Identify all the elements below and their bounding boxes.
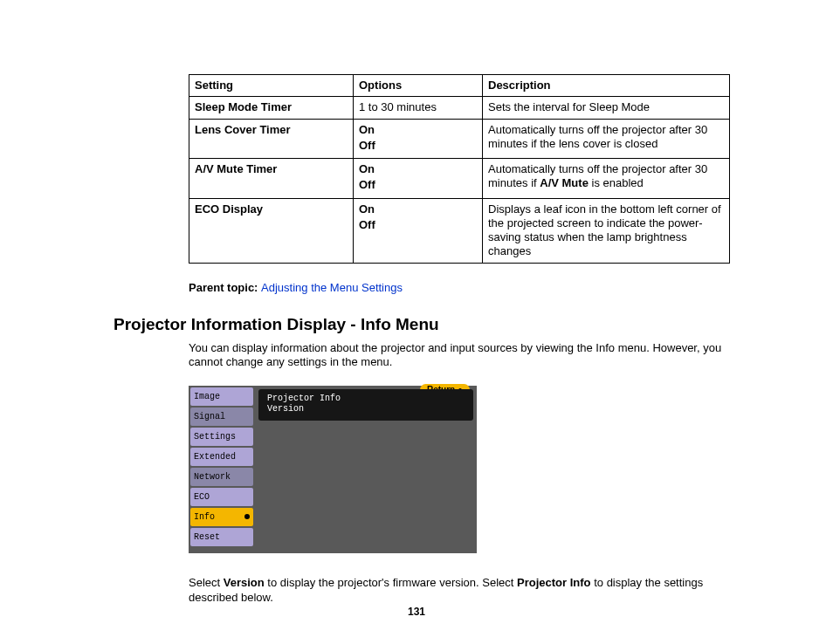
footer-paragraph: Select Version to display the projector'… bbox=[189, 576, 728, 606]
menu-line-projector-info: Projector Info bbox=[267, 394, 341, 403]
cell-description: Sets the interval for Sleep Mode bbox=[483, 97, 730, 119]
cell-setting: Sleep Mode Timer bbox=[189, 97, 354, 119]
cell-setting: A/V Mute Timer bbox=[189, 159, 354, 199]
cell-description: Automatically turns off the projector af… bbox=[483, 159, 730, 199]
option-on: On bbox=[359, 162, 477, 176]
cell-options: On Off bbox=[354, 159, 483, 199]
menu-main-panel: Projector Info Version bbox=[258, 389, 473, 421]
menu-item-settings: Settings bbox=[190, 428, 253, 446]
cell-description: Automatically turns off the projector af… bbox=[483, 119, 730, 159]
option-off: Off bbox=[359, 139, 477, 153]
cell-options: On Off bbox=[354, 198, 483, 263]
menu-item-extended: Extended bbox=[190, 448, 253, 466]
header-options: Options bbox=[354, 75, 483, 97]
menu-item-eco: ECO bbox=[190, 488, 253, 506]
table-row: ECO Display On Off Displays a leaf icon … bbox=[189, 198, 730, 263]
option-on: On bbox=[359, 123, 477, 137]
parent-topic-label: Parent topic: bbox=[189, 281, 261, 294]
settings-table: Setting Options Description Sleep Mode T… bbox=[189, 74, 730, 264]
enter-icon bbox=[244, 514, 250, 519]
menu-screenshot: Image Signal Settings Extended Network E… bbox=[189, 386, 477, 553]
option-on: On bbox=[359, 202, 477, 216]
cell-description: Displays a leaf icon in the bottom left … bbox=[483, 198, 730, 263]
table-row: A/V Mute Timer On Off Automatically turn… bbox=[189, 159, 730, 199]
table-header-row: Setting Options Description bbox=[189, 75, 730, 97]
cell-setting: Lens Cover Timer bbox=[189, 119, 354, 159]
intro-paragraph: You can display information about the pr… bbox=[189, 341, 728, 371]
cell-options: 1 to 30 minutes bbox=[354, 97, 483, 119]
option-off: Off bbox=[359, 178, 477, 192]
table-row: Sleep Mode Timer 1 to 30 minutes Sets th… bbox=[189, 97, 730, 119]
cell-options: On Off bbox=[354, 119, 483, 159]
cell-setting: ECO Display bbox=[189, 198, 354, 263]
page-number: 131 bbox=[0, 606, 833, 618]
menu-sidebar: Image Signal Settings Extended Network E… bbox=[189, 386, 255, 553]
parent-topic: Parent topic: Adjusting the Menu Setting… bbox=[189, 281, 728, 294]
option-off: Off bbox=[359, 218, 477, 232]
table-row: Lens Cover Timer On Off Automatically tu… bbox=[189, 119, 730, 159]
menu-item-reset: Reset bbox=[190, 528, 253, 546]
section-heading: Projector Information Display - Info Men… bbox=[114, 315, 728, 334]
header-setting: Setting bbox=[189, 75, 354, 97]
menu-line-version: Version bbox=[267, 404, 304, 414]
menu-item-image: Image bbox=[190, 387, 253, 406]
parent-topic-link[interactable]: Adjusting the Menu Settings bbox=[261, 281, 403, 294]
menu-item-network: Network bbox=[190, 468, 253, 486]
menu-item-info: Info bbox=[190, 508, 253, 526]
header-description: Description bbox=[483, 75, 730, 97]
menu-item-signal: Signal bbox=[190, 408, 253, 426]
